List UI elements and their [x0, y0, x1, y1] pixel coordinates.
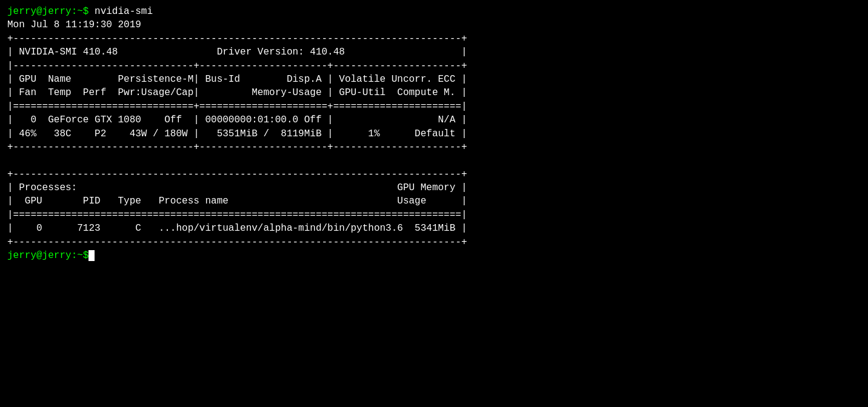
timestamp: Mon Jul 8 11:19:30 2019 — [7, 19, 141, 30]
first-prompt-line: jerry@jerry:~$ nvidia-smi — [7, 5, 861, 18]
command: nvidia-smi — [88, 6, 153, 17]
timestamp-line: Mon Jul 8 11:19:30 2019 — [7, 18, 861, 31]
prompt2-user: jerry@jerry — [7, 250, 72, 261]
prompt2-separator: :~$ — [72, 250, 89, 261]
terminal-window: jerry@jerry:~$ nvidia-smi Mon Jul 8 11:1… — [7, 5, 861, 262]
cursor-block — [88, 250, 95, 261]
nvidia-smi-output: +---------------------------------------… — [7, 32, 861, 249]
prompt-separator: :~$ — [72, 6, 89, 17]
prompt-user: jerry@jerry — [7, 6, 72, 17]
second-prompt-line: jerry@jerry:~$ — [7, 249, 861, 262]
